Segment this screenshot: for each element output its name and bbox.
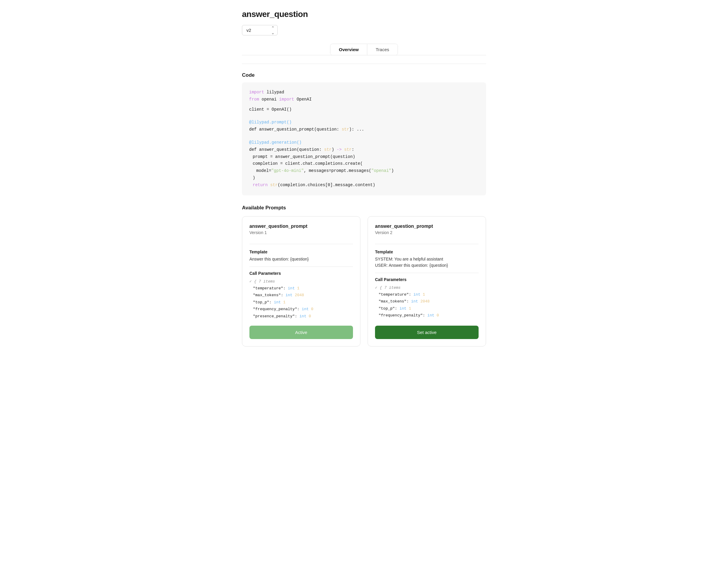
divider (242, 64, 486, 64)
prompt-card-1: answer_question_prompt Version 1 Templat… (242, 216, 360, 346)
set-active-button[interactable]: Set active (375, 326, 479, 339)
prompt-card-1-template-label: Template (249, 249, 353, 254)
prompt-card-1-divider2 (249, 266, 353, 267)
prompt-card-2-params-block: ✓ { 7 items "temperature": int 1 "max_to… (375, 284, 479, 320)
prompt-card-2-divider (375, 244, 479, 244)
code-block: import lilypad from openai import OpenAI… (242, 82, 486, 195)
prompt-card-2-params-label: Call Parameters (375, 277, 479, 282)
prompt-card-1-version: Version 1 (249, 230, 353, 235)
prompt-card-2-template-label: Template (375, 249, 479, 254)
prompt-card-2-version: Version 2 (375, 230, 479, 235)
prompt-card-1-divider (249, 244, 353, 244)
tab-traces[interactable]: Traces (367, 44, 397, 55)
tab-group: Overview Traces (330, 44, 398, 55)
page-title: answer_question (242, 9, 486, 19)
prompt-card-2-template-text: SYSTEM: You are a helpful assistant USER… (375, 256, 479, 268)
available-prompts-label: Available Prompts (242, 205, 486, 211)
prompt-card-1-template-text: Answer this question: {question} (249, 256, 353, 262)
prompt-cards: answer_question_prompt Version 1 Templat… (242, 216, 486, 346)
code-section-label: Code (242, 72, 486, 78)
tab-overview[interactable]: Overview (330, 44, 367, 55)
prompt-card-2-divider2 (375, 273, 479, 273)
version-select-wrapper: v1 v2 v3 ⌃⌄ (242, 25, 278, 35)
prompt-card-1-params-block: ✓ { 7 items "temperature": int 1 "max_to… (249, 278, 353, 320)
tabs-container: Overview Traces (242, 44, 486, 55)
prompt-card-1-params-label: Call Parameters (249, 271, 353, 276)
active-button: Active (249, 326, 353, 339)
prompt-card-2: answer_question_prompt Version 2 Templat… (368, 216, 486, 346)
version-select[interactable]: v1 v2 v3 (242, 25, 278, 35)
prompt-card-1-title: answer_question_prompt (249, 224, 353, 229)
prompt-card-2-title: answer_question_prompt (375, 224, 479, 229)
